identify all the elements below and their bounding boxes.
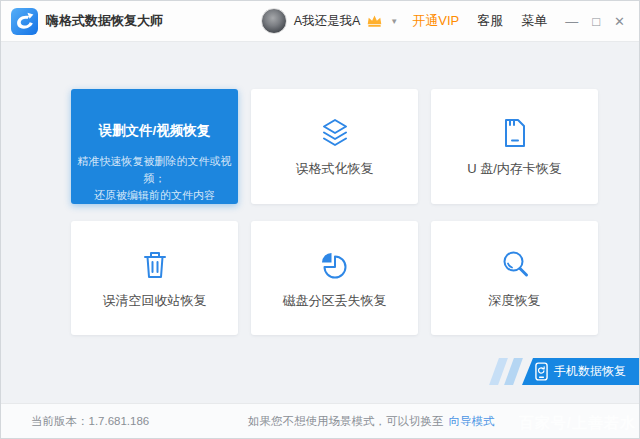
user-avatar[interactable]: [261, 8, 287, 34]
magnifier-icon: [497, 247, 533, 283]
watermark: 百家号/上善若水: [519, 414, 636, 433]
open-vip-button[interactable]: 开通VIP: [412, 12, 459, 30]
app-title: 嗨格式数据恢复大师: [46, 12, 163, 30]
phone-button-label: 手机数据恢复: [554, 363, 626, 380]
card-recycle-bin-recovery[interactable]: 误清空回收站恢复: [71, 221, 238, 335]
app-window: 嗨格式数据恢复大师 A我还是我A ▼ 开通VIP 客服 菜单 — □ ✕ 误删文…: [0, 0, 640, 439]
card-label: 误清空回收站恢复: [103, 292, 207, 310]
smartphone-icon: [535, 362, 548, 381]
card-label: 深度恢复: [489, 292, 541, 310]
card-deep-recovery[interactable]: 深度恢复: [431, 221, 598, 335]
card-title: 误删文件/视频恢复: [99, 122, 211, 140]
pie-chart-icon: [317, 247, 353, 283]
close-button[interactable]: ✕: [614, 15, 625, 28]
title-bar: 嗨格式数据恢复大师 A我还是我A ▼ 开通VIP 客服 菜单 — □ ✕: [1, 1, 639, 42]
version-value: 1.7.681.186: [89, 415, 150, 427]
account-dropdown-caret-icon[interactable]: ▼: [390, 17, 398, 26]
version-label: 当前版本：: [31, 415, 89, 427]
trash-icon: [137, 247, 173, 283]
card-partition-loss-recovery[interactable]: 磁盘分区丢失恢复: [251, 221, 418, 335]
card-description-line1: 精准快速恢复被删除的文件或视频；: [71, 153, 238, 187]
card-label: U 盘/内存卡恢复: [467, 160, 562, 178]
phone-data-recovery-button[interactable]: 手机数据恢复: [522, 358, 639, 385]
scenario-card-grid: 误删文件/视频恢复 精准快速恢复被删除的文件或视频； 还原被编辑前的文件内容 误…: [71, 89, 598, 335]
username[interactable]: A我还是我A: [294, 13, 361, 30]
app-logo-icon: [11, 8, 38, 35]
wizard-mode-link[interactable]: 向导模式: [449, 415, 495, 427]
card-format-recovery[interactable]: 误格式化恢复: [251, 89, 418, 204]
card-label: 磁盘分区丢失恢复: [283, 292, 387, 310]
card-description-line2: 还原被编辑前的文件内容: [71, 187, 238, 204]
mode-hint: 如果您不想使用场景模式，可以切换至向导模式: [248, 414, 495, 429]
maximize-button[interactable]: □: [592, 15, 600, 28]
layers-icon: [317, 115, 353, 151]
customer-service-button[interactable]: 客服: [477, 12, 503, 30]
menu-button[interactable]: 菜单: [521, 12, 547, 30]
status-bar: 当前版本：1.7.681.186 如果您不想使用场景模式，可以切换至向导模式 百…: [1, 403, 639, 438]
titlebar-right-group: A我还是我A ▼ 开通VIP 客服 菜单 — □ ✕: [261, 8, 625, 34]
decorative-stripe: [504, 358, 523, 385]
vip-crown-icon: [366, 13, 383, 28]
memory-card-icon: [497, 115, 533, 151]
version-text: 当前版本：1.7.681.186: [31, 414, 149, 429]
card-label: 误格式化恢复: [296, 160, 374, 178]
card-deleted-file-video-recovery[interactable]: 误删文件/视频恢复 精准快速恢复被删除的文件或视频； 还原被编辑前的文件内容: [71, 89, 238, 204]
minimize-button[interactable]: —: [565, 15, 578, 28]
card-description: 精准快速恢复被删除的文件或视频； 还原被编辑前的文件内容: [71, 153, 238, 204]
mode-hint-text: 如果您不想使用场景模式，可以切换至: [248, 415, 444, 427]
card-usb-memory-card-recovery[interactable]: U 盘/内存卡恢复: [431, 89, 598, 204]
